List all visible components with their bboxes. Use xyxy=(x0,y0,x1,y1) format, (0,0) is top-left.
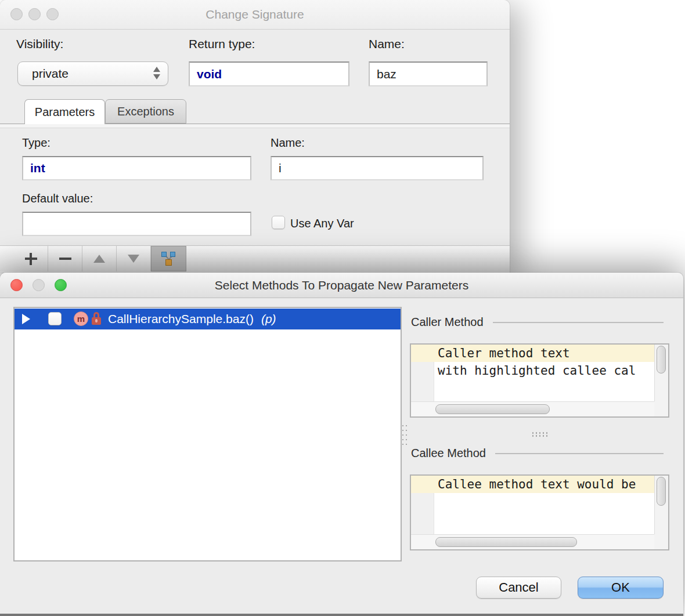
methods-tree[interactable]: m CallHierarchySample.baz() (p) xyxy=(13,307,402,561)
horizontal-scrollbar[interactable] xyxy=(411,534,654,549)
move-down-button[interactable] xyxy=(117,246,151,271)
window-title: Change Signature xyxy=(206,8,304,21)
param-type-label: Type: xyxy=(22,136,51,150)
visibility-select[interactable]: private xyxy=(17,61,168,86)
move-up-button[interactable] xyxy=(82,246,117,271)
caller-method-editor[interactable]: Caller method text with highlighted call… xyxy=(410,343,669,418)
vertical-splitter-handle[interactable] xyxy=(401,423,408,445)
use-any-var-checkbox[interactable] xyxy=(272,216,285,229)
tab-exceptions[interactable]: Exceptions xyxy=(105,99,186,124)
arrow-up-icon xyxy=(93,255,105,263)
minimize-icon[interactable] xyxy=(33,279,45,291)
tab-parameters-label: Parameters xyxy=(35,106,95,119)
scrollbar-thumb[interactable] xyxy=(657,477,666,506)
editor-gutter xyxy=(411,493,434,534)
traffic-lights xyxy=(10,279,67,291)
param-type-input[interactable]: int xyxy=(22,156,251,180)
scrollbar-thumb[interactable] xyxy=(435,404,550,414)
name-label: Name: xyxy=(369,37,405,51)
method-signature: CallHierarchySample.baz() xyxy=(108,312,254,326)
return-type-input[interactable]: void xyxy=(189,61,349,86)
close-icon[interactable] xyxy=(10,8,23,20)
horizontal-scrollbar[interactable] xyxy=(411,401,654,416)
callee-method-label: Callee Method xyxy=(411,447,486,460)
editor-line: with highlighted callee cal xyxy=(438,362,636,379)
use-any-var-label: Use Any Var xyxy=(290,217,354,230)
param-name-value: i xyxy=(279,161,282,175)
expand-triangle-icon[interactable] xyxy=(22,314,30,324)
close-icon[interactable] xyxy=(10,279,23,291)
callee-method-editor[interactable]: Callee method text would be xyxy=(410,474,669,550)
return-type-label: Return type: xyxy=(189,37,255,51)
scrollbar-thumb[interactable] xyxy=(657,346,666,374)
method-letter: m xyxy=(77,314,85,324)
propagate-parameters-button[interactable] xyxy=(151,246,186,271)
method-checkbox[interactable] xyxy=(48,312,62,325)
visibility-value: private xyxy=(18,67,68,81)
scrollbar-corner xyxy=(654,534,668,549)
caller-method-label: Caller Method xyxy=(411,316,484,329)
default-value-label: Default value: xyxy=(22,192,93,205)
propagate-icon xyxy=(161,252,176,266)
window-title: Select Methods To Propagate New Paramete… xyxy=(215,278,468,292)
method-icon: m xyxy=(74,311,88,326)
tree-item-label: CallHierarchySample.baz() (p) xyxy=(108,309,276,329)
section-rule xyxy=(493,322,664,323)
param-type-value: int xyxy=(30,161,45,175)
horizontal-splitter-handle[interactable] xyxy=(531,432,550,437)
parameters-toolbar xyxy=(0,245,510,271)
arrow-down-icon xyxy=(128,255,139,263)
editor-gutter xyxy=(411,362,434,401)
change-signature-dialog: Change Signature Visibility: Return type… xyxy=(0,0,510,273)
titlebar[interactable]: Select Methods To Propagate New Paramete… xyxy=(0,273,683,298)
method-name-input[interactable]: baz xyxy=(369,61,488,86)
method-name-value: baz xyxy=(377,67,396,81)
default-value-input[interactable] xyxy=(22,212,251,236)
minus-icon xyxy=(59,258,71,260)
remove-parameter-button[interactable] xyxy=(48,246,82,271)
scrollbar-corner xyxy=(654,401,668,416)
ok-button[interactable]: OK xyxy=(578,577,664,599)
method-suffix: (p) xyxy=(261,312,276,326)
chevron-up-down-icon xyxy=(153,67,160,79)
plus-icon xyxy=(25,253,37,265)
tab-parameters[interactable]: Parameters xyxy=(24,99,105,124)
callee-method-section-header: Callee Method xyxy=(411,447,664,460)
return-type-value: void xyxy=(197,67,222,81)
tab-exceptions-label: Exceptions xyxy=(117,105,174,118)
zoom-icon[interactable] xyxy=(55,279,67,291)
cancel-label: Cancel xyxy=(499,580,538,595)
private-lock-icon xyxy=(92,312,101,326)
vertical-scrollbar[interactable] xyxy=(654,345,668,401)
vertical-scrollbar[interactable] xyxy=(654,476,668,534)
minimize-icon[interactable] xyxy=(28,8,41,20)
tree-row-selected[interactable]: m CallHierarchySample.baz() (p) xyxy=(15,309,401,329)
cancel-button[interactable]: Cancel xyxy=(476,577,561,599)
visibility-label: Visibility: xyxy=(16,37,63,51)
tab-divider-2 xyxy=(0,128,510,128)
traffic-lights xyxy=(10,8,59,20)
param-name-label: Name: xyxy=(271,136,305,150)
scrollbar-thumb[interactable] xyxy=(435,537,577,547)
editor-line: Callee method text would be xyxy=(438,476,636,493)
propagate-methods-dialog: Select Methods To Propagate New Paramete… xyxy=(0,273,683,616)
caller-method-section-header: Caller Method xyxy=(411,316,664,329)
add-parameter-button[interactable] xyxy=(14,246,48,271)
section-rule xyxy=(495,453,664,454)
param-name-input[interactable]: i xyxy=(271,156,484,180)
editor-line: Caller method text xyxy=(438,345,570,362)
ok-label: OK xyxy=(611,580,630,595)
titlebar[interactable]: Change Signature xyxy=(0,0,510,30)
zoom-icon[interactable] xyxy=(46,8,59,20)
